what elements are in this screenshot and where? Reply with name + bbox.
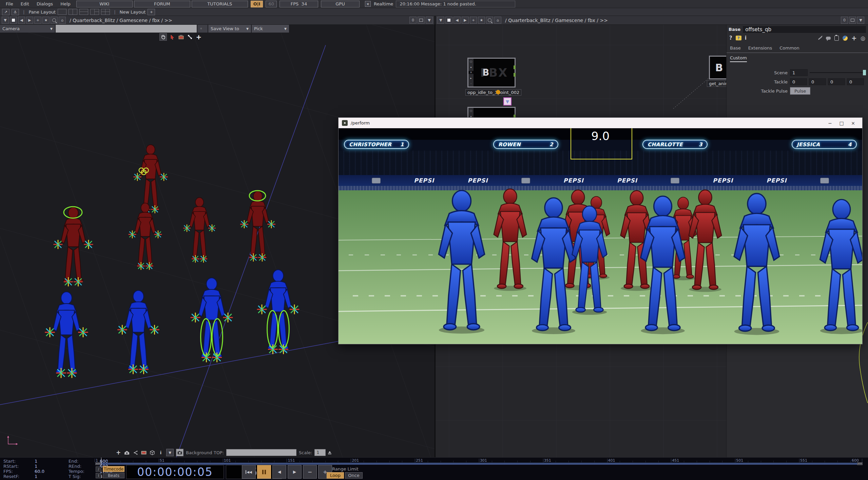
node-label[interactable]: opp_idle_to_3point_002 — [465, 89, 521, 96]
projector-icon[interactable] — [141, 449, 147, 456]
tackle-field-3[interactable]: 0 — [828, 78, 845, 85]
maximize-pane-icon[interactable] — [849, 17, 856, 24]
maximize-pane-icon[interactable] — [418, 17, 425, 24]
playhead[interactable] — [101, 458, 101, 465]
tab-common[interactable]: Common — [779, 45, 799, 51]
step-back-button[interactable]: ◀ — [272, 465, 286, 479]
cube-icon[interactable] — [149, 449, 155, 456]
current-op-icon[interactable] — [10, 17, 17, 24]
display-options-dropdown[interactable]: ▼ — [166, 449, 174, 456]
node-opp-idle[interactable]: ○▴×▸◦ FBX B — [467, 58, 516, 88]
minimize-icon[interactable]: − — [824, 118, 836, 128]
pane-layout-preset-single[interactable] — [58, 9, 66, 15]
wiki-button[interactable]: WIKI — [76, 1, 133, 7]
menu-help[interactable]: Help — [57, 1, 74, 6]
timeline-range-bar[interactable] — [96, 463, 862, 465]
op-name-field[interactable]: offsets_qb — [743, 26, 866, 33]
background-top-field[interactable] — [226, 449, 296, 456]
home-icon[interactable]: ⌂ — [59, 17, 66, 24]
back-icon[interactable]: ◀ — [454, 17, 461, 24]
tackle-field-4[interactable]: 0 — [847, 78, 864, 85]
tackle-field-2[interactable]: 0 — [809, 78, 826, 85]
forum-button[interactable]: FORUM — [134, 1, 190, 7]
add-parameter-icon[interactable]: + — [851, 34, 857, 42]
camera-home-icon[interactable] — [124, 449, 130, 456]
step-forward-button[interactable]: ▶ — [288, 465, 302, 479]
bone-icon[interactable] — [187, 34, 193, 40]
scene-value-field[interactable]: 1 — [790, 69, 808, 76]
help-icon[interactable]: ? — [729, 35, 732, 41]
close-icon[interactable]: × — [847, 118, 859, 128]
realtime-checkbox[interactable]: × — [365, 1, 371, 7]
select-arrow-icon[interactable] — [169, 34, 176, 40]
wire-icon[interactable] — [132, 449, 138, 456]
timecode-mode-button[interactable]: Timecode — [103, 466, 124, 472]
pane-type-dropdown-icon[interactable]: ▼ — [2, 17, 9, 24]
edit-pencil-icon[interactable] — [818, 36, 822, 40]
perform-title-bar[interactable]: /perform − □ × — [339, 118, 862, 128]
lock-icon[interactable]: ◦ — [197, 25, 208, 33]
pane-layout-preset-vsplit[interactable] — [69, 9, 77, 15]
menu-dialogs[interactable]: Dialogs — [33, 1, 57, 6]
forward-icon[interactable]: ▶ — [462, 17, 469, 24]
bookmark-star-icon[interactable]: ★ — [42, 17, 50, 24]
add-bookmark-icon[interactable]: + — [34, 17, 41, 24]
pause-button[interactable] — [257, 465, 271, 479]
save-view-dropdown[interactable]: Save View to▼ — [208, 25, 251, 33]
back-icon[interactable]: ◀ — [18, 17, 25, 24]
scene-slider-handle[interactable] — [863, 70, 866, 75]
pane-layout-preset-three[interactable] — [90, 9, 99, 15]
fps-button[interactable]: FPS 34 — [279, 1, 318, 7]
pick-dropdown[interactable]: Pick▼ — [252, 25, 289, 33]
tab-extensions[interactable]: Extensions — [748, 45, 772, 51]
bookmark-star-icon[interactable]: ★ — [478, 17, 485, 24]
gpu-button[interactable]: GPU — [321, 1, 360, 7]
tackle-field-1[interactable]: 0 — [790, 78, 807, 85]
info-icon[interactable]: i — [158, 449, 164, 456]
tab-custom[interactable]: Custom — [730, 55, 747, 62]
op-help-icon[interactable]: ? — [736, 36, 741, 40]
range-start-grip[interactable]: ••• — [95, 462, 101, 465]
scale-field[interactable]: 1 — [314, 449, 326, 456]
node-output-connector[interactable] — [514, 73, 516, 77]
copy-parameters-icon[interactable] — [834, 36, 839, 41]
range-end-grip[interactable]: ••• — [857, 462, 863, 465]
home-icon[interactable]: ⌂ — [494, 17, 501, 24]
pan-hand-icon[interactable] — [159, 33, 167, 41]
pane-layout-preset-quad[interactable] — [101, 9, 110, 15]
maximize-icon[interactable]: □ — [836, 118, 847, 128]
detach-pane-icon[interactable]: ⚓ — [12, 9, 19, 15]
breadcrumb[interactable]: / Quarterback_Blitz / Gamescene / fbx / … — [70, 18, 172, 23]
python-icon[interactable] — [843, 36, 848, 41]
add-bookmark-icon[interactable]: + — [470, 17, 477, 24]
pane-type-dropdown-icon[interactable]: ▼ — [437, 17, 444, 24]
expand-pane-icon[interactable]: ↗ — [2, 9, 9, 15]
decrement-button[interactable]: − — [303, 465, 317, 479]
info-icon[interactable]: i — [745, 35, 747, 41]
camera-dropdown[interactable]: Camera▼ — [0, 25, 55, 33]
fps-60-button[interactable]: 60 — [266, 1, 277, 7]
add-icon[interactable]: + — [115, 449, 121, 456]
menu-edit[interactable]: Edit — [17, 1, 33, 6]
tutorials-button[interactable]: TUTORIALS — [192, 1, 248, 7]
search-icon[interactable] — [51, 17, 58, 24]
collapse-pane-icon[interactable]: ▼ — [426, 17, 433, 24]
comment-icon[interactable] — [826, 37, 831, 40]
tab-base[interactable]: Base — [730, 45, 741, 51]
target-icon[interactable]: ◎ — [861, 35, 865, 41]
node-output-connector[interactable] — [514, 65, 516, 69]
oi-toggle-button[interactable]: O|I — [251, 1, 263, 7]
breadcrumb[interactable]: / Quarterback_Blitz / Gamescene / fbx / … — [505, 18, 608, 23]
collapse-pane-icon[interactable]: ▼ — [857, 17, 864, 24]
current-op-icon[interactable] — [445, 17, 452, 24]
independent-button[interactable]: I — [96, 473, 101, 478]
beats-mode-button[interactable]: Beats — [103, 473, 124, 478]
scale-stepper[interactable] — [328, 451, 331, 454]
jump-to-start-button[interactable]: ◀◀ — [242, 465, 256, 479]
pulse-button[interactable]: Pulse — [790, 87, 810, 95]
forward-icon[interactable]: ▶ — [26, 17, 33, 24]
add-layout-button[interactable]: + — [148, 9, 155, 15]
scene-slider[interactable] — [810, 69, 866, 76]
keyframe-slash-button[interactable]: / — [96, 466, 101, 472]
loop-button[interactable]: Loop — [327, 472, 344, 479]
